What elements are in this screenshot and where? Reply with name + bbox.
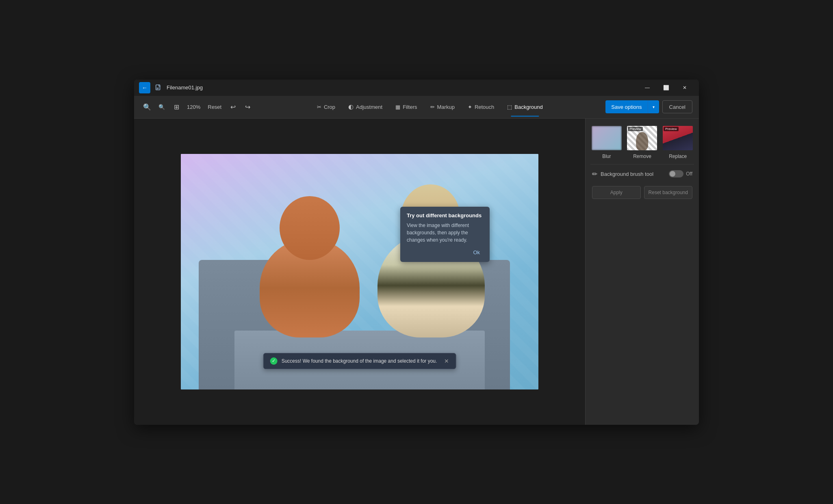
zoom-level: 120% [184, 104, 203, 110]
zoom-in-icon: 🔍 [143, 103, 151, 111]
svg-rect-1 [157, 88, 159, 88]
notification-close-button[interactable]: ✕ [444, 358, 449, 364]
svg-rect-2 [157, 89, 159, 89]
dog-head-left [280, 196, 340, 260]
back-button[interactable]: ← [139, 82, 150, 93]
main-content: Try out different backgrounds View the i… [134, 119, 699, 425]
redo-icon: ↪ [245, 103, 250, 111]
thumbnail-remove-preview-label: Preview [628, 127, 642, 131]
redo-button[interactable]: ↪ [241, 100, 254, 113]
canvas-area[interactable]: Try out different backgrounds View the i… [134, 119, 585, 425]
brush-tool-toggle[interactable] [669, 170, 683, 177]
tooltip-title: Try out different backgrounds [407, 212, 483, 218]
back-icon: ← [142, 84, 148, 91]
thumbnail-remove[interactable]: Preview Remove [626, 125, 658, 159]
panel-thumbnails: Blur Preview Remove Preview [586, 119, 699, 164]
toolbar-tools: ✂ Crop ◐ Adjustment ▦ Filters ✏ Markup ✦… [256, 101, 604, 113]
right-panel: Blur Preview Remove Preview [585, 119, 699, 425]
save-options-button[interactable]: Save options ▾ [605, 100, 659, 113]
close-button[interactable]: ✕ [675, 81, 694, 94]
apply-button[interactable]: Apply [592, 186, 641, 199]
image-container: Try out different backgrounds View the i… [181, 154, 538, 389]
cancel-button[interactable]: Cancel [662, 100, 692, 113]
panel-tools: ✏ Background brush tool Off Apply Reset … [586, 164, 699, 205]
app-window: ← Filename01.jpg — ⬜ ✕ 🔍 [134, 80, 699, 425]
window-title: Filename01.jpg [167, 84, 203, 91]
crop-icon: ✂ [317, 104, 321, 110]
adjustment-tool-button[interactable]: ◐ Adjustment [343, 101, 388, 113]
title-bar-left: ← Filename01.jpg [139, 82, 638, 93]
success-icon: ✓ [270, 357, 278, 365]
save-options-dropdown[interactable]: ▾ [648, 100, 659, 113]
undo-icon: ↩ [230, 103, 236, 111]
retouch-icon: ✦ [468, 104, 472, 110]
toggle-container: Off [669, 170, 692, 177]
retouch-tool-button[interactable]: ✦ Retouch [462, 102, 500, 112]
markup-icon: ✏ [430, 104, 435, 110]
toolbar: 🔍 🔍 ⊞ 120% Reset ↩ ↪ ✂ Crop ◐ [134, 96, 699, 119]
thumbnail-blur-label: Blur [602, 154, 611, 159]
zoom-out-icon: 🔍 [158, 104, 165, 110]
thumbnail-replace-image: Preview [662, 125, 694, 151]
title-bar: ← Filename01.jpg — ⬜ ✕ [134, 80, 699, 96]
reset-background-button[interactable]: Reset background [644, 186, 693, 199]
filters-label: Filters [403, 104, 417, 110]
toggle-state-label: Off [686, 171, 692, 177]
dog-left [260, 196, 360, 337]
tooltip-ok-container: Ok [407, 249, 483, 256]
toggle-knob [670, 171, 675, 177]
thumbnail-blur-image [591, 125, 623, 151]
zoom-out-button[interactable]: 🔍 [155, 100, 168, 113]
brush-tool-row: ✏ Background brush tool Off [592, 170, 692, 178]
window-controls: — ⬜ ✕ [638, 81, 694, 94]
tooltip-popup: Try out different backgrounds View the i… [400, 207, 490, 262]
toolbar-right: Save options ▾ Cancel [605, 100, 692, 113]
brush-tool-label: Background brush tool [601, 171, 666, 177]
panel-action-buttons: Apply Reset background [592, 186, 692, 199]
background-tool-button[interactable]: ⬚ Background [501, 102, 548, 112]
toolbar-zoom-controls: 🔍 🔍 ⊞ 120% Reset ↩ ↪ [141, 100, 254, 113]
filters-tool-button[interactable]: ▦ Filters [390, 102, 423, 112]
crop-label: Crop [324, 104, 335, 110]
retouch-label: Retouch [475, 104, 494, 110]
thumbnail-blur[interactable]: Blur [591, 125, 623, 159]
fit-icon: ⊞ [174, 103, 179, 111]
undo-button[interactable]: ↩ [226, 100, 239, 113]
brush-icon: ✏ [592, 170, 597, 178]
thumbnail-remove-image: Preview [626, 125, 658, 151]
adjustment-label: Adjustment [356, 104, 382, 110]
reset-button[interactable]: Reset [204, 102, 225, 112]
minimize-button[interactable]: — [638, 81, 657, 94]
thumbnail-replace-label: Replace [669, 154, 687, 159]
thumbnail-remove-label: Remove [633, 154, 651, 159]
thumbnail-replace[interactable]: Preview Replace [662, 125, 694, 159]
success-message: Success! We found the background of the … [282, 358, 437, 364]
file-icon [154, 84, 163, 92]
tooltip-body: View the image with different background… [407, 222, 483, 244]
maximize-button[interactable]: ⬜ [657, 81, 675, 94]
background-icon: ⬚ [507, 104, 512, 110]
success-notification: ✓ Success! We found the background of th… [263, 353, 456, 369]
zoom-in-button[interactable]: 🔍 [141, 100, 154, 113]
fit-button[interactable]: ⊞ [170, 100, 183, 113]
thumbnail-replace-preview-label: Preview [664, 127, 678, 131]
crop-tool-button[interactable]: ✂ Crop [311, 102, 341, 112]
filters-icon: ▦ [395, 104, 400, 110]
background-label: Background [514, 104, 542, 110]
save-options-main[interactable]: Save options [605, 100, 647, 113]
adjustment-icon: ◐ [348, 103, 354, 110]
tooltip-ok-button[interactable]: Ok [470, 249, 483, 256]
markup-tool-button[interactable]: ✏ Markup [425, 102, 460, 112]
markup-label: Markup [437, 104, 455, 110]
